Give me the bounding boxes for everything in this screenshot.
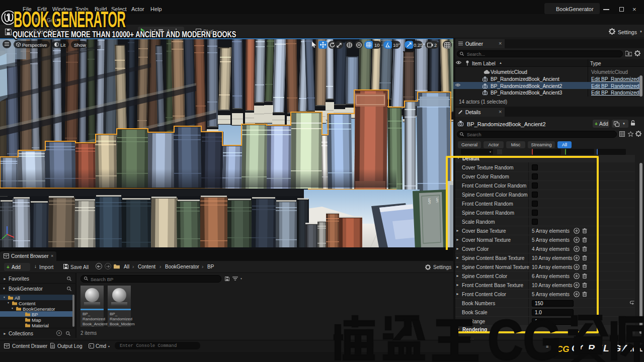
svg-text:§: § [436, 197, 439, 204]
svg-text:CG: CG [488, 315, 561, 362]
svg-text:§: § [428, 197, 431, 205]
